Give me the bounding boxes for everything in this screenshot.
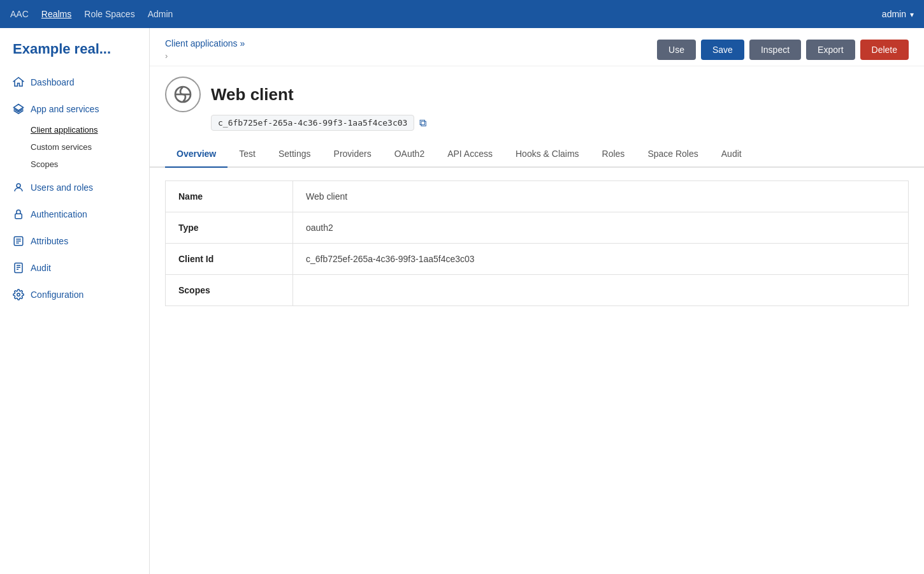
sidebar-realm-title: Example real...	[0, 41, 149, 70]
list-icon	[13, 235, 24, 247]
layout: Example real... Dashboard	[0, 28, 924, 574]
copy-icon[interactable]: ⧉	[419, 117, 426, 129]
sidebar-item-configuration-label: Configuration	[31, 290, 83, 300]
client-id-bar: c_6fb725ef-265a-4c36-99f3-1aa5f4ce3c03 ⧉	[150, 112, 924, 141]
inspect-button[interactable]: Inspect	[749, 40, 801, 60]
sidebar-item-dashboard-label: Dashboard	[31, 77, 75, 87]
nav-user-menu[interactable]: admin	[882, 9, 914, 19]
sidebar-section-dashboard: Dashboard	[0, 70, 149, 94]
row-value-client-id: c_6fb725ef-265a-4c36-99f3-1aa5f4ce3c03	[293, 244, 909, 275]
row-label-name: Name	[166, 181, 293, 212]
overview-table: Name Web client Type oauth2 Client Id c_…	[165, 180, 909, 306]
sidebar-item-app-services-label: App and services	[31, 104, 99, 114]
sidebar-sub-scopes[interactable]: Scopes	[31, 156, 149, 173]
tab-roles[interactable]: Roles	[591, 141, 637, 168]
tab-oauth2[interactable]: OAuth2	[383, 141, 436, 168]
row-value-scopes	[293, 275, 909, 306]
sidebar-section-configuration: Configuration	[0, 283, 149, 307]
tabs: Overview Test Settings Providers OAuth2 …	[150, 141, 924, 168]
toolbar: Client applications » › Use Save Inspect…	[150, 28, 924, 66]
sidebar-item-authentication-label: Authentication	[31, 209, 87, 219]
sidebar-item-audit-label: Audit	[31, 263, 51, 273]
app-header: Web client	[150, 66, 924, 112]
use-button[interactable]: Use	[657, 40, 696, 60]
save-button[interactable]: Save	[701, 40, 744, 60]
nav-username: admin	[882, 9, 906, 19]
tab-space-roles[interactable]: Space Roles	[636, 141, 709, 168]
svg-rect-3	[15, 214, 22, 219]
top-nav: AAC Realms Role Spaces Admin admin	[0, 0, 924, 28]
table-row: Type oauth2	[166, 212, 909, 244]
sidebar-section-authentication: Authentication	[0, 202, 149, 226]
lock-icon	[13, 209, 24, 220]
svg-point-2	[17, 184, 20, 188]
sidebar-sub-app-services: Client applications Custom services Scop…	[0, 121, 149, 173]
sidebar-item-users-roles-label: Users and roles	[31, 182, 93, 193]
dashboard-icon	[13, 77, 24, 88]
row-label-client-id: Client Id	[166, 244, 293, 275]
nav-left: AAC Realms Role Spaces Admin	[10, 9, 173, 19]
sidebar-item-dashboard[interactable]: Dashboard	[0, 70, 149, 94]
sidebar-item-users-roles[interactable]: Users and roles	[0, 175, 149, 200]
tab-settings[interactable]: Settings	[267, 141, 322, 168]
table-row: Scopes	[166, 275, 909, 306]
nav-role-spaces[interactable]: Role Spaces	[84, 9, 134, 19]
tab-overview[interactable]: Overview	[165, 141, 227, 168]
sidebar-section-users-roles: Users and roles	[0, 175, 149, 200]
svg-marker-0	[14, 78, 24, 87]
sidebar-item-app-services[interactable]: App and services	[0, 97, 149, 121]
breadcrumb-arrow: ›	[165, 51, 168, 61]
row-label-type: Type	[166, 212, 293, 244]
toolbar-buttons: Use Save Inspect Export Delete	[657, 40, 909, 60]
breadcrumb-link[interactable]: Client applications »	[165, 38, 245, 48]
table-row: Client Id c_6fb725ef-265a-4c36-99f3-1aa5…	[166, 244, 909, 275]
nav-brand[interactable]: AAC	[10, 9, 29, 19]
audit-icon	[13, 262, 24, 274]
sidebar: Example real... Dashboard	[0, 28, 150, 574]
nav-admin[interactable]: Admin	[148, 9, 173, 19]
sidebar-section-audit: Audit	[0, 256, 149, 280]
user-icon	[13, 182, 24, 193]
layers-icon	[13, 103, 24, 115]
nav-realms[interactable]: Realms	[41, 9, 71, 19]
app-title: Web client	[211, 85, 294, 105]
client-id-badge: c_6fb725ef-265a-4c36-99f3-1aa5f4ce3c03	[211, 115, 414, 131]
row-label-scopes: Scopes	[166, 275, 293, 306]
delete-button[interactable]: Delete	[860, 40, 909, 60]
app-icon	[165, 77, 201, 112]
nav-user-chevron	[910, 9, 914, 19]
sidebar-sub-custom-services[interactable]: Custom services	[31, 138, 149, 156]
svg-point-12	[17, 293, 20, 297]
main-content: Client applications » › Use Save Inspect…	[150, 28, 924, 574]
sidebar-item-authentication[interactable]: Authentication	[0, 202, 149, 226]
tab-audit[interactable]: Audit	[710, 141, 753, 168]
table-row: Name Web client	[166, 181, 909, 212]
export-button[interactable]: Export	[806, 40, 855, 60]
gear-icon	[13, 289, 24, 300]
tab-providers[interactable]: Providers	[322, 141, 383, 168]
sidebar-item-attributes[interactable]: Attributes	[0, 229, 149, 253]
sidebar-item-audit[interactable]: Audit	[0, 256, 149, 280]
sidebar-section-app-services: App and services Client applications Cus…	[0, 97, 149, 173]
row-value-name: Web client	[293, 181, 909, 212]
sidebar-item-attributes-label: Attributes	[31, 236, 68, 246]
sidebar-section-attributes: Attributes	[0, 229, 149, 253]
sidebar-sub-client-applications[interactable]: Client applications	[31, 121, 149, 138]
sidebar-item-configuration[interactable]: Configuration	[0, 283, 149, 307]
tab-test[interactable]: Test	[227, 141, 267, 168]
breadcrumb-area: Client applications » ›	[165, 38, 245, 61]
tab-api-access[interactable]: API Access	[436, 141, 504, 168]
tab-hooks-claims[interactable]: Hooks & Claims	[504, 141, 591, 168]
row-value-type: oauth2	[293, 212, 909, 244]
